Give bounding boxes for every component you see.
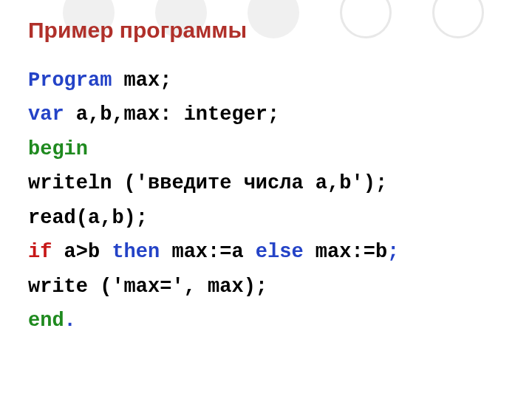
code-text: write ('max=', max); (28, 276, 267, 298)
keyword-end: end (28, 310, 64, 332)
keyword-begin: begin (28, 138, 88, 160)
keyword-else: else (256, 241, 304, 263)
code-text: max:=a (160, 241, 256, 263)
keyword-if: if (28, 241, 52, 263)
page-title: Пример программы (28, 18, 504, 43)
keyword-then: then (112, 241, 160, 263)
code-text: max; (112, 69, 171, 92)
code-text: a>b (52, 241, 112, 263)
code-text: writeln ('введите числа a,b'); (28, 172, 387, 194)
slide-content: Пример программы Program max; var a,b,ma… (0, 0, 532, 338)
keyword-program: Program (28, 69, 112, 92)
code-dot: . (64, 310, 76, 332)
code-block: Program max; var a,b,max: integer; begin… (28, 64, 504, 338)
code-text: a,b,max: integer; (64, 103, 280, 126)
code-semicolon: ; (387, 241, 399, 263)
keyword-var: var (28, 103, 64, 126)
code-text: max:=b (304, 241, 387, 263)
code-text: read(a,b); (28, 207, 148, 229)
